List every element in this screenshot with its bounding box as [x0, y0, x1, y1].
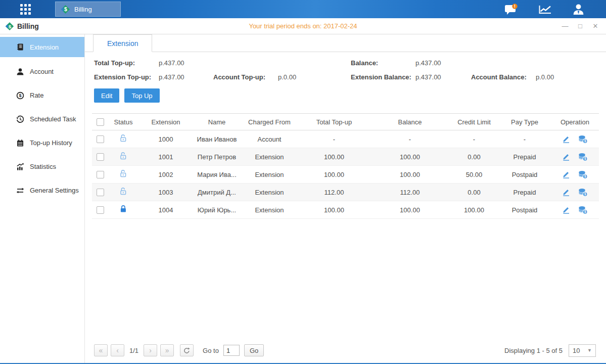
cell-credit-limit: 100.00	[450, 201, 498, 219]
chevron-down-icon: ▼	[587, 348, 592, 353]
taskbar-tab-label: Billing	[74, 6, 92, 13]
sidebar-item-label: Top-up History	[30, 139, 72, 147]
edit-pencil-icon[interactable]	[562, 188, 570, 196]
svg-text:$: $	[9, 23, 12, 29]
prev-page-button[interactable]: ‹	[111, 344, 124, 356]
last-page-button[interactable]: »	[160, 344, 174, 356]
top-up-coins-icon[interactable]: $	[578, 135, 588, 144]
svg-text:$: $	[584, 139, 586, 143]
row-checkbox[interactable]	[97, 135, 104, 143]
row-checkbox[interactable]	[97, 206, 104, 214]
top-up-coins-icon[interactable]: $	[578, 206, 588, 214]
row-checkbox[interactable]	[97, 153, 104, 161]
page-size-select[interactable]: 10 ▼	[569, 344, 596, 357]
cell-charged-from: Extension	[241, 148, 298, 166]
sidebar-item-general-settings[interactable]: General Settings	[0, 178, 84, 202]
billing-diamond-icon: $	[5, 22, 14, 31]
cell-extension: 1004	[138, 201, 193, 219]
sidebar-item-statistics[interactable]: Statistics	[0, 155, 84, 178]
lock-open-icon[interactable]	[119, 187, 127, 196]
taskbar-tab-billing[interactable]: $ Billing	[55, 2, 121, 17]
cell-extension: 1001	[138, 148, 193, 166]
cell-pay-type: Postpaid	[498, 166, 551, 184]
svg-text:$: $	[584, 157, 586, 161]
col-charged-from: Charged From	[241, 114, 298, 130]
cell-name: Юрий Юрь...	[193, 201, 241, 219]
sidebar-item-label: Statistics	[30, 163, 56, 170]
row-checkbox[interactable]	[97, 171, 104, 178]
lock-closed-icon[interactable]	[119, 205, 127, 213]
account-person-icon	[16, 68, 24, 76]
main-content: Extension Total Top-up: p.437.00 Balance…	[85, 34, 606, 363]
sidebar-item-account[interactable]: Account	[0, 60, 84, 83]
lock-open-icon[interactable]	[119, 169, 127, 178]
cell-name: Мария Ива...	[193, 166, 241, 184]
table-row: 1003 Дмитрий Д... Extension 112.00 112.0…	[92, 184, 599, 201]
row-checkbox[interactable]	[97, 189, 104, 196]
col-total-topup: Total Top-up	[298, 114, 370, 130]
trial-notice: Your trial period ends on: 2017-02-24	[0, 22, 606, 30]
goto-label: Go to	[203, 347, 219, 354]
account-topup-value: p.0.00	[278, 73, 296, 81]
select-all-checkbox[interactable]	[97, 118, 104, 126]
account-balance-label: Account Balance:	[471, 73, 536, 81]
maximize-icon[interactable]: □	[577, 22, 584, 30]
edit-button[interactable]: Edit	[94, 88, 119, 103]
sidebar-item-topup-history[interactable]: Top-up History	[0, 131, 84, 155]
col-status: Status	[108, 114, 138, 130]
lock-open-icon[interactable]	[119, 152, 127, 160]
edit-pencil-icon[interactable]	[562, 135, 570, 143]
total-topup-label: Total Top-up:	[94, 59, 159, 67]
next-page-button[interactable]: ›	[144, 344, 157, 356]
lock-open-icon[interactable]	[119, 134, 127, 143]
statistics-chart-icon	[16, 163, 24, 171]
sidebar-item-rate[interactable]: $ Rate	[0, 83, 84, 107]
cell-pay-type: -	[498, 130, 551, 148]
tab-extension[interactable]: Extension	[93, 34, 152, 52]
page-indicator: 1/1	[129, 347, 138, 354]
goto-page-input[interactable]	[223, 345, 240, 356]
extensions-table: Status Extension Name Charged From Total…	[92, 113, 599, 219]
sidebar-item-label: Scheduled Task	[30, 115, 76, 123]
sidebar-item-extension[interactable]: Extension	[0, 37, 84, 57]
tab-strip: Extension	[85, 34, 606, 52]
user-account-icon[interactable]	[572, 4, 585, 15]
edit-pencil-icon[interactable]	[562, 153, 570, 161]
top-up-button[interactable]: Top Up	[124, 88, 159, 103]
cell-pay-type: Postpaid	[498, 201, 551, 219]
app-grid-icon[interactable]	[20, 4, 31, 15]
cell-total-topup: 100.00	[298, 148, 370, 166]
extension-balance-label: Extension Balance:	[351, 73, 415, 81]
account-balance-value: p.0.00	[536, 73, 554, 81]
edit-pencil-icon[interactable]	[562, 206, 570, 214]
minimize-icon[interactable]: —	[562, 22, 569, 30]
refresh-button[interactable]	[180, 344, 194, 356]
col-pay-type: Pay Type	[498, 114, 551, 130]
svg-text:$: $	[64, 7, 67, 12]
table-header-row: Status Extension Name Charged From Total…	[92, 114, 599, 130]
reports-chart-icon[interactable]	[538, 4, 552, 15]
svg-text:$: $	[584, 210, 586, 214]
top-up-coins-icon[interactable]: $	[578, 188, 588, 197]
cell-extension: 1002	[138, 166, 193, 184]
first-page-button[interactable]: «	[94, 344, 108, 356]
sidebar-item-scheduled-task[interactable]: Scheduled Task	[0, 107, 84, 131]
messages-icon[interactable]: !	[504, 4, 518, 15]
general-settings-icon	[16, 187, 24, 195]
cell-credit-limit: -	[450, 130, 498, 148]
top-up-coins-icon[interactable]: $	[578, 153, 588, 161]
account-topup-label: Account Top-up:	[213, 73, 278, 81]
svg-text:$: $	[19, 93, 21, 98]
rate-dollar-icon: $	[16, 92, 24, 100]
go-button[interactable]: Go	[244, 344, 264, 356]
top-up-coins-icon[interactable]: $	[578, 170, 588, 179]
balance-value: p.437.00	[415, 59, 441, 67]
col-name: Name	[193, 114, 241, 130]
window-title: Billing	[17, 22, 39, 30]
cell-total-topup: 100.00	[298, 201, 370, 219]
close-icon[interactable]: ✕	[592, 22, 599, 30]
edit-pencil-icon[interactable]	[562, 170, 570, 178]
scheduled-task-clock-icon	[16, 115, 24, 123]
cell-total-topup: 100.00	[298, 166, 370, 184]
balance-label: Balance:	[351, 59, 415, 67]
